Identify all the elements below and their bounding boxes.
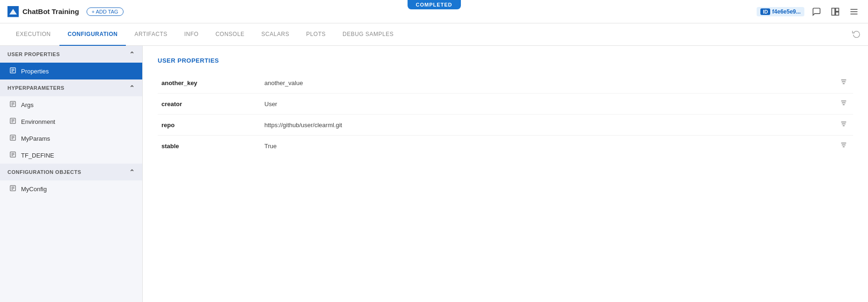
sidebar-section-hyperparameters[interactable]: HYPERPARAMETERS ⌃ [0, 79, 142, 96]
sidebar-section-user-properties-label: USER PROPERTIES [7, 51, 60, 57]
user-properties-chevron-icon: ⌃ [129, 50, 135, 58]
sidebar-section-configuration-objects[interactable]: CONFIGURATION OBJECTS ⌃ [0, 164, 142, 180]
prop-key: creator [158, 93, 261, 115]
sidebar-item-properties[interactable]: Properties [0, 63, 142, 79]
tab-configuration[interactable]: CONFIGURATION [59, 23, 126, 46]
properties-table: another_key another_value creator User [158, 72, 853, 156]
prop-key: repo [158, 115, 261, 136]
prop-filter-icon[interactable] [834, 115, 853, 136]
configuration-objects-chevron-icon: ⌃ [129, 168, 135, 176]
sidebar-item-tf-define-label: TF_DEFINE [21, 152, 54, 159]
tab-info[interactable]: INFO [176, 23, 207, 46]
prop-value: another_value [261, 72, 834, 93]
table-row: stable True [158, 136, 853, 157]
table-row: repo https://github/user/clearml.git [158, 115, 853, 136]
sidebar-item-environment-label: Environment [21, 118, 55, 125]
sidebar-item-properties-label: Properties [21, 68, 49, 75]
id-value: f4e6e5e9... [772, 8, 801, 15]
chat-icon-button[interactable] [810, 5, 823, 18]
prop-value: True [261, 136, 834, 157]
sidebar: USER PROPERTIES ⌃ Properties HYPERPARAME… [0, 46, 143, 302]
sidebar-item-args[interactable]: Args [0, 96, 142, 113]
properties-icon [9, 67, 16, 75]
tab-plots[interactable]: PLOTS [298, 23, 334, 46]
tab-artifacts[interactable]: ARTIFACTS [126, 23, 175, 46]
top-bar-right: ID f4e6e5e9... [757, 5, 861, 18]
menu-icon-button[interactable] [847, 5, 861, 18]
add-tag-button[interactable]: + ADD TAG [87, 7, 124, 16]
prop-filter-icon[interactable] [834, 136, 853, 157]
table-row: another_key another_value [158, 72, 853, 93]
sidebar-section-user-properties[interactable]: USER PROPERTIES ⌃ [0, 46, 142, 63]
main-layout: USER PROPERTIES ⌃ Properties HYPERPARAME… [0, 46, 868, 302]
top-bar-left: ChatBot Training + ADD TAG [7, 6, 124, 17]
prop-key: stable [158, 136, 261, 157]
sidebar-section-hyperparameters-label: HYPERPARAMETERS [7, 85, 65, 91]
sidebar-section-configuration-objects-label: CONFIGURATION OBJECTS [7, 169, 81, 175]
prop-filter-icon[interactable] [834, 72, 853, 93]
svg-rect-3 [836, 12, 839, 15]
id-badge-label: ID [760, 8, 770, 15]
sidebar-item-myparams[interactable]: MyParams [0, 130, 142, 147]
environment-icon [9, 117, 16, 126]
hyperparameters-chevron-icon: ⌃ [129, 84, 135, 92]
completed-badge: COMPLETED [407, 0, 460, 9]
sidebar-item-environment[interactable]: Environment [0, 113, 142, 130]
tab-scalars[interactable]: SCALARS [253, 23, 298, 46]
prop-key: another_key [158, 72, 261, 93]
sidebar-item-args-label: Args [21, 101, 34, 108]
myconfig-icon [9, 185, 16, 193]
tab-console[interactable]: CONSOLE [207, 23, 253, 46]
app-logo [7, 6, 19, 17]
top-bar: ChatBot Training + ADD TAG COMPLETED ID … [0, 0, 868, 23]
nav-tabs: EXECUTION CONFIGURATION ARTIFACTS INFO C… [0, 23, 868, 46]
svg-rect-1 [832, 8, 835, 15]
sidebar-item-myconfig-label: MyConfig [21, 186, 47, 193]
id-badge: ID f4e6e5e9... [757, 7, 804, 16]
sidebar-item-tf-define[interactable]: TF_DEFINE [0, 147, 142, 164]
prop-value: https://github/user/clearml.git [261, 115, 834, 136]
sidebar-item-myconfig[interactable]: MyConfig [0, 180, 142, 197]
tf-define-icon [9, 151, 16, 159]
table-row: creator User [158, 93, 853, 115]
svg-rect-2 [836, 8, 839, 11]
tab-execution[interactable]: EXECUTION [7, 23, 59, 46]
app-title: ChatBot Training [22, 7, 79, 15]
sidebar-item-myparams-label: MyParams [21, 135, 50, 142]
prop-value: User [261, 93, 834, 115]
layout-icon-button[interactable] [829, 5, 842, 18]
tab-debug-samples[interactable]: DEBUG SAMPLES [334, 23, 402, 46]
content-section-title: USER PROPERTIES [158, 57, 853, 64]
svg-marker-0 [9, 9, 17, 14]
content-area: USER PROPERTIES another_key another_valu… [143, 46, 868, 302]
myparams-icon [9, 134, 16, 143]
refresh-icon[interactable] [852, 29, 861, 40]
args-icon [9, 101, 16, 109]
prop-filter-icon[interactable] [834, 93, 853, 115]
